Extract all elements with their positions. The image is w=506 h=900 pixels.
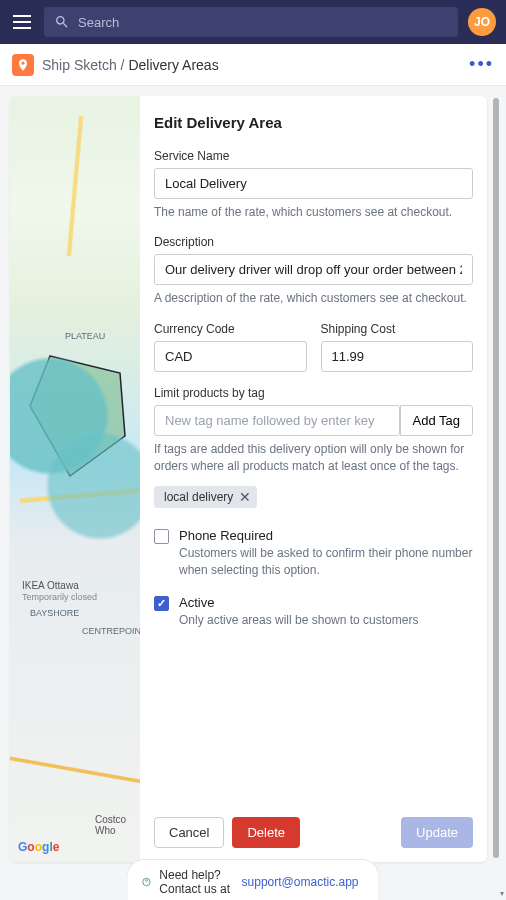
description-input[interactable] (154, 254, 473, 285)
service-name-hint: The name of the rate, which customers se… (154, 204, 473, 221)
service-name-label: Service Name (154, 149, 473, 163)
help-footer: Need help? Contact us at support@omactic… (127, 859, 380, 900)
search-bar[interactable] (44, 7, 458, 37)
active-hint: Only active areas will be shown to custo… (179, 612, 473, 629)
map[interactable]: PLATEAU IKEA Ottawa Temporarily closed B… (10, 96, 140, 862)
more-icon[interactable]: ••• (469, 54, 494, 75)
add-tag-button[interactable]: Add Tag (400, 405, 473, 436)
delivery-polygon[interactable] (25, 351, 135, 481)
phone-required-label: Phone Required (179, 528, 473, 543)
tag-chip: local delivery ✕ (154, 486, 257, 508)
description-hint: A description of the rate, which custome… (154, 290, 473, 307)
avatar[interactable]: JO (468, 8, 496, 36)
update-button[interactable]: Update (401, 817, 473, 848)
description-label: Description (154, 235, 473, 249)
breadcrumb-bar: Ship Sketch / Delivery Areas ••• (0, 44, 506, 86)
breadcrumb-current: Delivery Areas (128, 57, 218, 73)
help-email-link[interactable]: support@omactic.app (242, 875, 359, 889)
currency-label: Currency Code (154, 322, 307, 336)
breadcrumb-root[interactable]: Ship Sketch (42, 57, 117, 73)
tag-remove-icon[interactable]: ✕ (239, 490, 251, 504)
map-label: PLATEAU (65, 331, 105, 341)
phone-required-checkbox[interactable] (154, 529, 169, 544)
search-icon (54, 14, 70, 30)
cost-label: Shipping Cost (321, 322, 474, 336)
menu-icon[interactable] (10, 10, 34, 34)
google-logo: Google (18, 840, 59, 854)
help-icon (142, 873, 152, 891)
editor-card: PLATEAU IKEA Ottawa Temporarily closed B… (10, 96, 487, 862)
delete-button[interactable]: Delete (232, 817, 300, 848)
map-label: Temporarily closed (22, 592, 97, 602)
active-checkbox[interactable] (154, 596, 169, 611)
svg-marker-0 (30, 356, 125, 476)
map-label: Costco Who (95, 814, 140, 836)
cost-input[interactable] (321, 341, 474, 372)
map-label: BAYSHORE (30, 608, 79, 618)
tags-hint: If tags are added this delivery option w… (154, 441, 473, 476)
phone-required-hint: Customers will be asked to confirm their… (179, 545, 473, 580)
tag-input[interactable] (154, 405, 400, 436)
map-label: IKEA Ottawa (22, 580, 79, 591)
currency-input[interactable] (154, 341, 307, 372)
app-bar: JO (0, 0, 506, 44)
service-name-input[interactable] (154, 168, 473, 199)
map-label: CENTREPOINTE (82, 626, 140, 636)
help-text: Need help? Contact us at (159, 868, 233, 896)
cancel-button[interactable]: Cancel (154, 817, 224, 848)
tag-chip-label: local delivery (164, 490, 233, 504)
search-input[interactable] (78, 15, 448, 30)
tags-label: Limit products by tag (154, 386, 473, 400)
app-logo-icon (12, 54, 34, 76)
scrollbar[interactable] (493, 96, 501, 862)
active-row: Active Only active areas will be shown t… (154, 595, 473, 629)
form-pane: Edit Delivery Area Service Name The name… (140, 96, 487, 862)
form-title: Edit Delivery Area (154, 114, 473, 131)
button-row: Cancel Delete Update (154, 817, 473, 848)
phone-required-row: Phone Required Customers will be asked t… (154, 528, 473, 580)
breadcrumb: Ship Sketch / Delivery Areas (42, 57, 219, 73)
active-label: Active (179, 595, 473, 610)
scroll-down-icon[interactable] (496, 890, 504, 898)
